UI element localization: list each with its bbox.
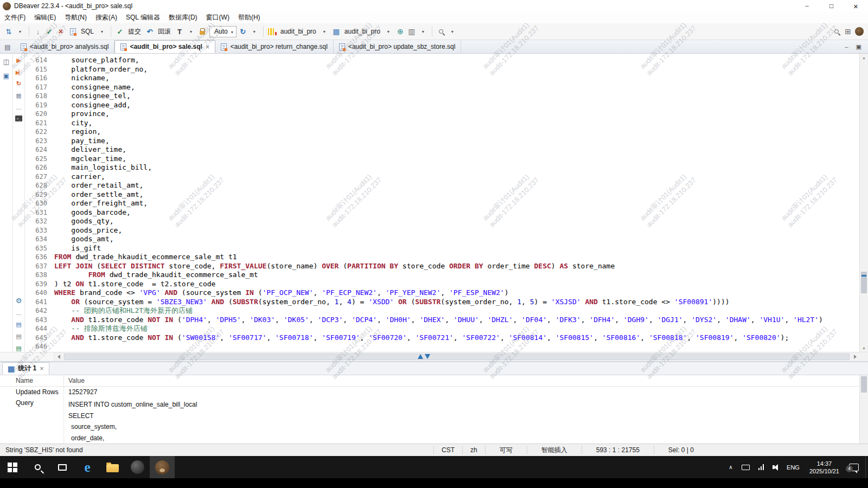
execute-script-icon[interactable] <box>16 69 22 75</box>
tab-analysis-sql[interactable]: <audit_bi_pro> analysis.sql <box>15 40 114 53</box>
status-writable[interactable]: 可写 <box>485 446 527 454</box>
scrollbar-thumb[interactable] <box>64 354 850 360</box>
execute-refresh-icon[interactable] <box>16 80 21 87</box>
new-sql-editor-icon[interactable] <box>4 26 14 37</box>
search-icon[interactable] <box>439 29 443 34</box>
horizontal-scrollbar[interactable] <box>0 352 868 361</box>
code-line[interactable]: 614 source_platform, <box>25 56 859 65</box>
refresh-icon[interactable] <box>238 26 248 37</box>
code-line[interactable]: 631 goods_barcode, <box>25 208 859 217</box>
menu-navigate[interactable]: 导航(N) <box>60 12 91 23</box>
tab-close-icon[interactable] <box>40 364 44 373</box>
commit-button[interactable]: 提交 <box>114 26 144 37</box>
editor-list-icon[interactable] <box>0 43 15 53</box>
output-log-icon[interactable] <box>16 321 21 328</box>
chevron-down-icon[interactable] <box>448 26 457 37</box>
taskbar-clock[interactable]: 14:37 2025/10/21 <box>804 456 845 478</box>
tab-update-sbz-store-sql[interactable]: <audit_bi_pro> update_sbz_store.sql <box>334 40 461 53</box>
code-line[interactable]: 617 consignee_name, <box>25 83 859 92</box>
code-line[interactable]: 639) t2 ON t1.store_code = t2.store_code <box>25 280 859 289</box>
code-line[interactable]: 620 province, <box>25 110 859 119</box>
code-line[interactable]: 623 pay_time, <box>25 137 859 146</box>
chevron-down-icon[interactable] <box>15 26 25 37</box>
code-line[interactable]: 622 region, <box>25 127 859 137</box>
save-icon[interactable] <box>33 26 43 37</box>
status-insert-mode[interactable]: 智能插入 <box>527 446 582 454</box>
code-line[interactable]: 640WHERE brand_code <> 'VPG' AND (source… <box>25 288 859 298</box>
show-desktop-button[interactable] <box>865 456 868 478</box>
vertical-scrollbar[interactable]: ▲ ▼ <box>859 54 868 352</box>
code-line[interactable]: 646 <box>25 342 859 351</box>
code-line[interactable]: 636FROM dwd_trade_hkaudit_ecommerce_sale… <box>25 253 859 262</box>
perspective-icon[interactable] <box>843 26 853 37</box>
code-line[interactable]: 642 -- 团购的店铺和HL2T海外新开的店铺 <box>25 306 859 316</box>
close-button[interactable] <box>844 0 868 12</box>
menu-file[interactable]: 文件(F) <box>0 12 30 23</box>
code-line[interactable]: 626 main_logistic_bill, <box>25 163 859 172</box>
taskbar-dbeaver-button[interactable] <box>150 456 175 478</box>
tab-sale-sql[interactable]: <audit_bi_pro> sale.sql <box>114 40 215 53</box>
maximize-view-icon[interactable] <box>856 43 861 50</box>
network-icon[interactable] <box>395 26 405 37</box>
code-line[interactable]: 634 goods_amt, <box>25 235 859 244</box>
tray-display-button[interactable] <box>737 456 754 478</box>
maximize-button[interactable] <box>819 0 844 12</box>
layout-icon[interactable] <box>407 26 417 37</box>
code-line[interactable]: 619 consignee_add, <box>25 101 859 110</box>
sql-menu-button[interactable]: SQL <box>67 26 108 37</box>
code-line[interactable]: 641 OR (source_system = 'SBZE3_NEW3' AND… <box>25 298 859 307</box>
code-line[interactable]: 621 city, <box>25 119 859 128</box>
auto-commit-select[interactable]: Auto <box>209 26 237 37</box>
restore-panel-icon[interactable] <box>3 56 9 66</box>
cancel-icon[interactable] <box>56 26 66 37</box>
menu-window[interactable]: 窗口(W) <box>202 12 234 23</box>
more-actions-icon[interactable] <box>16 104 22 111</box>
scrollbar-thumb[interactable] <box>861 376 867 393</box>
code-line[interactable]: 625 mgclear_time, <box>25 155 859 164</box>
taskbar-explorer-button[interactable] <box>100 456 125 478</box>
scroll-left-button[interactable] <box>54 352 63 361</box>
start-button[interactable] <box>0 456 25 478</box>
sash-restore-handles[interactable] <box>418 354 430 359</box>
scroll-right-button[interactable] <box>851 352 859 361</box>
table-row[interactable]: Query INSERT INTO custom_online_sale_bil… <box>0 397 859 444</box>
file-icon[interactable] <box>16 333 21 340</box>
code-line[interactable]: 618 consignee_tel, <box>25 92 859 101</box>
tray-volume-button[interactable] <box>768 456 782 478</box>
code-line[interactable]: 633 goods_price, <box>25 226 859 235</box>
execute-statement-icon[interactable] <box>16 57 21 64</box>
minimize-button[interactable] <box>795 0 819 12</box>
code-line[interactable]: 637LEFT JOIN (SELECT DISTINCT store_code… <box>25 262 859 271</box>
code-line[interactable]: 616 nickname, <box>25 74 859 83</box>
menu-sql-editor[interactable]: SQL 编辑器 <box>122 12 164 23</box>
code-line[interactable]: 629 order_settle_amt, <box>25 190 859 200</box>
code-line[interactable]: 635 is_gift <box>25 244 859 253</box>
tray-network-button[interactable] <box>754 456 769 478</box>
taskbar-app-button[interactable] <box>125 456 150 478</box>
minimize-view-icon[interactable] <box>845 43 848 50</box>
task-view-button[interactable] <box>50 456 75 478</box>
tab-statistics-1[interactable]: 统计 1 <box>2 362 49 375</box>
transaction-mode-icon[interactable] <box>175 26 184 37</box>
code-line[interactable]: 630 order_freight_amt, <box>25 199 859 208</box>
menu-help[interactable]: 帮助(H) <box>234 12 265 23</box>
column-header-name[interactable]: Name <box>0 375 64 386</box>
rollback-button[interactable]: 回滚 <box>144 26 174 37</box>
code-line[interactable]: 643 AND t1.store_code NOT IN ('DPH4', 'D… <box>25 316 859 325</box>
quick-search-icon[interactable] <box>834 29 839 34</box>
settings-gear-icon[interactable] <box>16 297 22 305</box>
code-line[interactable]: 645 AND t1.store_code NOT IN ('SW00158',… <box>25 333 859 343</box>
menu-database[interactable]: 数据库(D) <box>164 12 202 23</box>
tab-return-change-sql[interactable]: <audit_bi_pro> return_change.sql <box>215 40 333 53</box>
statistics-scrollbar[interactable] <box>859 375 868 444</box>
save-file-icon[interactable] <box>16 345 21 352</box>
code-line[interactable]: 632 goods_qty, <box>25 217 859 226</box>
tray-expand-icon[interactable] <box>724 456 737 478</box>
code-line[interactable]: 615 platform_order_no, <box>25 65 859 74</box>
taskbar-search-button[interactable] <box>25 456 50 478</box>
language-indicator[interactable]: ENG <box>782 456 804 478</box>
action-center-button[interactable]: 4 <box>845 456 863 478</box>
code-line[interactable]: 638 FROM dwd_trade_hkaudit_ecommerce_sal… <box>25 271 859 280</box>
more-actions-icon[interactable] <box>16 310 22 316</box>
sql-console-icon[interactable]: >_ <box>15 115 22 121</box>
